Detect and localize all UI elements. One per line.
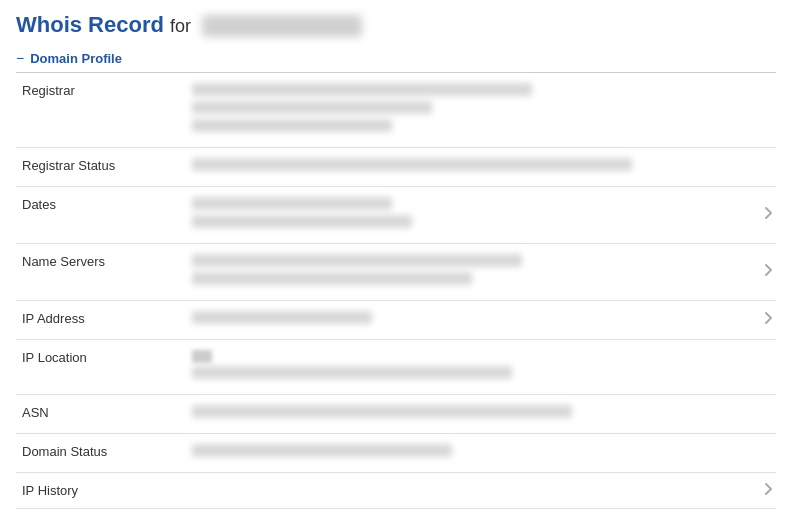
table-row: Dates bbox=[16, 187, 776, 244]
row-value bbox=[186, 395, 752, 434]
blurred-value bbox=[192, 197, 392, 210]
table-row: Name Servers bbox=[16, 244, 776, 301]
section-header: − Domain Profile bbox=[16, 50, 776, 73]
row-label: Dates bbox=[16, 187, 186, 244]
blurred-value bbox=[192, 215, 412, 228]
blurred-value bbox=[192, 405, 572, 418]
table-row: ASN bbox=[16, 395, 776, 434]
row-label: Name Servers bbox=[16, 244, 186, 301]
row-label: Registrar bbox=[16, 73, 186, 148]
row-value bbox=[186, 473, 752, 509]
row-value bbox=[186, 148, 752, 187]
row-value bbox=[186, 434, 752, 473]
row-arrow bbox=[752, 434, 776, 473]
row-value bbox=[186, 244, 752, 301]
blurred-value bbox=[192, 366, 512, 379]
row-arrow bbox=[752, 73, 776, 148]
row-arrow[interactable] bbox=[752, 473, 776, 509]
section-title: Domain Profile bbox=[30, 51, 122, 66]
row-arrow[interactable] bbox=[752, 244, 776, 301]
table-row: Registrar bbox=[16, 73, 776, 148]
row-label: Domain Status bbox=[16, 434, 186, 473]
row-label: IP Address bbox=[16, 301, 186, 340]
blurred-value bbox=[192, 101, 432, 114]
page-container: Whois Record for − Domain Profile Regist… bbox=[0, 0, 792, 521]
page-title: Whois Record for bbox=[16, 12, 776, 38]
row-arrow[interactable] bbox=[752, 301, 776, 340]
table-row: IP History bbox=[16, 473, 776, 509]
row-label: ASN bbox=[16, 395, 186, 434]
row-label: IP Location bbox=[16, 340, 186, 395]
collapse-icon[interactable]: − bbox=[16, 50, 24, 66]
blurred-value bbox=[192, 158, 632, 171]
row-arrow bbox=[752, 340, 776, 395]
title-text: Whois Record bbox=[16, 12, 164, 37]
row-value bbox=[186, 301, 752, 340]
row-arrow bbox=[752, 148, 776, 187]
row-label: Registrar Status bbox=[16, 148, 186, 187]
blurred-value bbox=[192, 272, 472, 285]
row-arrow bbox=[752, 395, 776, 434]
blurred-value bbox=[192, 444, 452, 457]
table-row: Domain Status bbox=[16, 434, 776, 473]
row-value bbox=[186, 187, 752, 244]
blurred-value bbox=[192, 311, 372, 324]
row-value bbox=[186, 73, 752, 148]
row-label: IP History bbox=[16, 473, 186, 509]
table-row: IP Address bbox=[16, 301, 776, 340]
blurred-value bbox=[192, 254, 522, 267]
for-text: for bbox=[170, 16, 196, 36]
row-arrow[interactable] bbox=[752, 187, 776, 244]
blurred-value bbox=[192, 119, 392, 132]
row-value bbox=[186, 340, 752, 395]
domain-value bbox=[202, 15, 362, 37]
table-row: Registrar Status bbox=[16, 148, 776, 187]
blurred-value bbox=[192, 83, 532, 96]
flag-icon bbox=[192, 350, 212, 363]
whois-table: RegistrarRegistrar StatusDatesName Serve… bbox=[16, 73, 776, 509]
table-row: IP Location bbox=[16, 340, 776, 395]
